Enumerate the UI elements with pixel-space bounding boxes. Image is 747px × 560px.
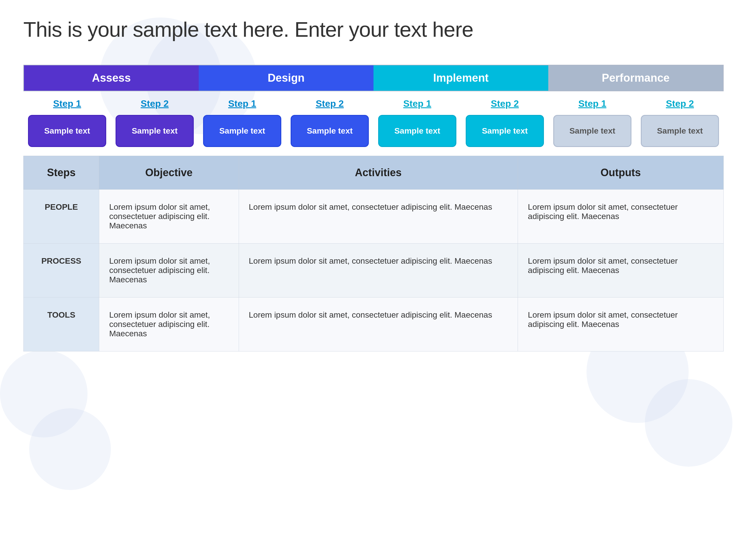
outputs-people: Lorem ipsum dolor sit amet, consectetuer…: [518, 190, 724, 243]
step-col-3: Step 2 Sample text: [286, 98, 374, 147]
phase-performance: Performance: [548, 65, 723, 91]
activities-tools: Lorem ipsum dolor sit amet, consectetuer…: [239, 297, 518, 351]
step-col-1: Step 2 Sample text: [111, 98, 199, 147]
col-header-steps: Steps: [24, 156, 99, 190]
phase-header: Assess Design Implement Performance: [23, 65, 724, 91]
step-box-4: Sample text: [378, 115, 456, 147]
step-box-1: Sample text: [115, 115, 194, 147]
step-link-2[interactable]: Step 1: [228, 98, 256, 109]
table-row-process: PROCESS Lorem ipsum dolor sit amet, cons…: [24, 243, 724, 297]
step-link-0[interactable]: Step 1: [53, 98, 81, 109]
phase-implement: Implement: [374, 65, 548, 91]
phase-assess: Assess: [24, 65, 199, 91]
step-process: PROCESS: [24, 243, 99, 297]
step-col-7: Step 2 Sample text: [636, 98, 724, 147]
page-title: This is your sample text here. Enter you…: [23, 18, 724, 42]
step-col-6: Step 1 Sample text: [548, 98, 636, 147]
outputs-tools: Lorem ipsum dolor sit amet, consectetuer…: [518, 297, 724, 351]
step-col-5: Step 2 Sample text: [461, 98, 548, 147]
step-link-5[interactable]: Step 2: [491, 98, 519, 109]
objective-tools: Lorem ipsum dolor sit amet, consectetuer…: [99, 297, 239, 351]
step-link-1[interactable]: Step 2: [140, 98, 169, 109]
step-box-3: Sample text: [291, 115, 369, 147]
step-link-7[interactable]: Step 2: [666, 98, 694, 109]
step-col-4: Step 1 Sample text: [374, 98, 461, 147]
step-box-5: Sample text: [466, 115, 544, 147]
table-row-people: PEOPLE Lorem ipsum dolor sit amet, conse…: [24, 190, 724, 243]
step-box-7: Sample text: [641, 115, 719, 147]
step-link-4[interactable]: Step 1: [403, 98, 431, 109]
outputs-process: Lorem ipsum dolor sit amet, consectetuer…: [518, 243, 724, 297]
step-col-0: Step 1 Sample text: [23, 98, 111, 147]
table-row-tools: TOOLS Lorem ipsum dolor sit amet, consec…: [24, 297, 724, 351]
col-header-activities: Activities: [239, 156, 518, 190]
step-link-3[interactable]: Step 2: [316, 98, 344, 109]
steps-row: Step 1 Sample text Step 2 Sample text St…: [23, 91, 724, 147]
step-people: PEOPLE: [24, 190, 99, 243]
step-box-6: Sample text: [553, 115, 632, 147]
data-table: Steps Objective Activities Outputs PEOPL…: [23, 156, 724, 351]
phase-design: Design: [199, 65, 374, 91]
step-link-6[interactable]: Step 1: [578, 98, 607, 109]
step-box-2: Sample text: [203, 115, 281, 147]
objective-process: Lorem ipsum dolor sit amet, consectetuer…: [99, 243, 239, 297]
step-tools: TOOLS: [24, 297, 99, 351]
activities-people: Lorem ipsum dolor sit amet, consectetuer…: [239, 190, 518, 243]
col-header-objective: Objective: [99, 156, 239, 190]
activities-process: Lorem ipsum dolor sit amet, consectetuer…: [239, 243, 518, 297]
step-box-0: Sample text: [28, 115, 106, 147]
col-header-outputs: Outputs: [518, 156, 724, 190]
step-col-2: Step 1 Sample text: [199, 98, 286, 147]
objective-people: Lorem ipsum dolor sit amet, consectetuer…: [99, 190, 239, 243]
